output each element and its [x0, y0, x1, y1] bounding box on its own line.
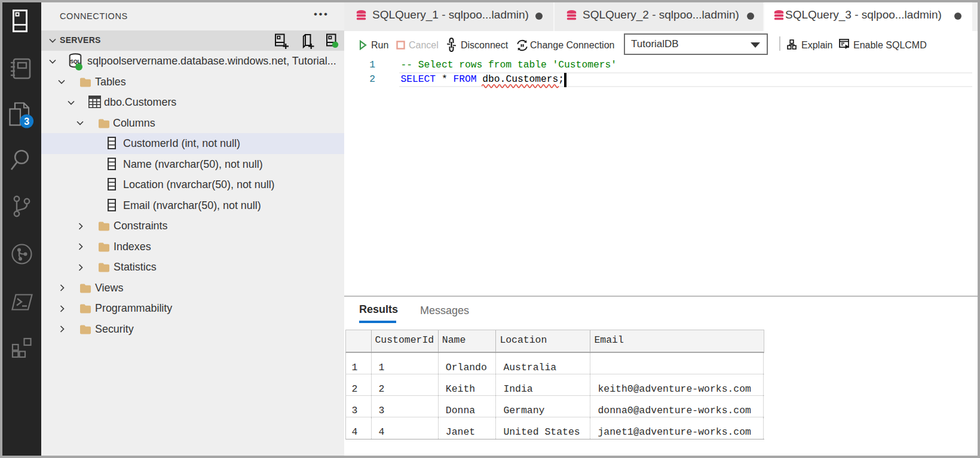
svg-text:3: 3 [24, 116, 29, 127]
